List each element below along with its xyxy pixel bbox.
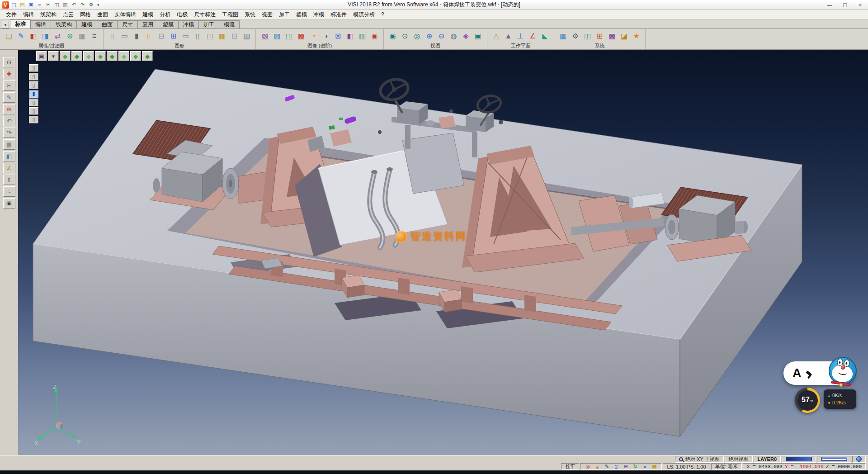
ribbon-icon-4-3[interactable]: ◎ — [411, 30, 423, 42]
quick-access-caret-icon[interactable]: ▾ — [96, 3, 101, 7]
status-icon-5[interactable]: ⊞ — [622, 464, 629, 469]
sketch-icon[interactable]: ✎ — [3, 92, 15, 103]
ribbon-icon-4-1[interactable]: ◉ — [387, 30, 398, 42]
ribbon-icon-5-4[interactable]: ∠ — [527, 30, 538, 42]
smooth-icon[interactable]: ≈ — [3, 186, 15, 197]
status-icon-8[interactable]: ▦ — [651, 464, 658, 469]
ribbon-icon-1-3[interactable]: ◧ — [28, 30, 39, 42]
open-file-icon[interactable]: ▤ — [19, 1, 26, 9]
tab-5[interactable]: 曲面 — [97, 20, 118, 28]
view-cube-right-icon[interactable]: ◆ — [83, 51, 94, 61]
undo-icon[interactable]: ↶ — [3, 116, 15, 126]
undo-icon[interactable]: ↶ — [70, 1, 78, 9]
menu-item-7[interactable]: 实体编辑 — [111, 10, 139, 19]
view-cube-left-icon[interactable]: ◆ — [95, 51, 106, 61]
mini-tool-icon-4[interactable]: ▮ — [29, 90, 38, 98]
ribbon-icon-3-9[interactable]: ▥ — [357, 30, 368, 42]
ribbon-icon-2-8[interactable]: ▯ — [192, 30, 203, 42]
maximize-button[interactable]: ▢ — [837, 0, 853, 9]
tab-4[interactable]: 建模 — [76, 20, 97, 28]
ribbon-icon-6-4[interactable]: ⊞ — [594, 30, 605, 42]
tab-8[interactable]: 塑膜 — [158, 20, 179, 28]
ribbon-icon-2-9[interactable]: ◫ — [204, 30, 216, 42]
ribbon-icon-2-7[interactable]: ▭ — [180, 30, 191, 42]
progress-ring[interactable]: 57 % — [795, 388, 820, 413]
mini-tool-icon-2[interactable]: ▯ — [29, 73, 38, 81]
ribbon-icon-3-3[interactable]: ◫ — [283, 30, 295, 42]
ribbon-icon-6-1[interactable]: ▦ — [557, 30, 569, 42]
mini-tool-icon-1[interactable]: ▯ — [29, 64, 38, 72]
tab-10[interactable]: 加工 — [198, 20, 219, 28]
status-icon-1[interactable]: ◎ — [584, 464, 591, 469]
trim-icon[interactable]: ✂ — [3, 81, 15, 91]
viewport-3d-scene[interactable] — [18, 50, 868, 455]
menu-item-14[interactable]: 视图 — [259, 10, 276, 19]
menu-item-2[interactable]: 编辑 — [20, 10, 37, 19]
ribbon-icon-2-10[interactable]: ▥ — [217, 30, 228, 42]
ribbon-icon-4-7[interactable]: ◈ — [460, 30, 472, 42]
tab-11[interactable]: 模流 — [219, 20, 240, 28]
view-cube-dimetric-icon[interactable]: ◆ — [142, 51, 153, 61]
crosshair-icon[interactable]: ✚ — [3, 69, 15, 79]
download-overlay-widget[interactable]: A 57 % ▲0K/s ▼ — [769, 361, 859, 416]
ribbon-icon-3-2[interactable]: ▨ — [271, 30, 283, 42]
ribbon-icon-3-4[interactable]: ▩ — [296, 30, 307, 42]
view-cube-bottom-icon[interactable]: ◆ — [118, 51, 129, 61]
status-icon-7[interactable]: ● — [641, 464, 648, 469]
close-button[interactable]: × — [853, 0, 868, 9]
move-icon[interactable]: ⇕ — [3, 175, 15, 185]
active-linetype-swatch[interactable] — [821, 457, 847, 461]
ribbon-icon-4-4[interactable]: ⊕ — [424, 30, 435, 42]
menu-item-10[interactable]: 电极 — [174, 10, 191, 19]
menu-item-16[interactable]: 塑模 — [293, 10, 310, 19]
copy-icon[interactable]: ◫ — [53, 1, 61, 9]
ribbon-icon-2-1[interactable]: ▯ — [107, 30, 118, 42]
zoom-icon[interactable]: ⊙ — [3, 57, 15, 67]
3d-viewport[interactable]: ▣▾◆◆◆◆◆◆◆◆ ▯▯▯▮▯▯▯ 智造资料网 Z X Y A — [18, 50, 868, 455]
cut-icon[interactable]: ✂ — [44, 1, 52, 9]
ribbon-icon-4-2[interactable]: ⊙ — [399, 30, 410, 42]
menu-item-8[interactable]: 建模 — [139, 10, 156, 19]
redo-icon[interactable]: ↷ — [79, 1, 86, 9]
menu-item-13[interactable]: 系统 — [241, 10, 259, 19]
half-section-icon[interactable]: ◧ — [3, 151, 15, 161]
color-swatch-cell[interactable] — [782, 456, 816, 463]
minimize-button[interactable]: — — [822, 0, 837, 9]
ribbon-icon-1-6[interactable]: ⊕ — [64, 30, 75, 42]
ribbon-icon-1-5[interactable]: ⇄ — [52, 30, 63, 42]
menu-item-20[interactable]: ? — [378, 10, 387, 19]
redo-icon[interactable]: ↷ — [3, 128, 15, 138]
ribbon-icon-6-2[interactable]: ⚙ — [570, 30, 581, 42]
menu-item-5[interactable]: 网格 — [77, 10, 94, 19]
ribbon-icon-4-6[interactable]: ◍ — [448, 30, 459, 42]
ribbon-icon-2-5[interactable]: ⊟ — [156, 30, 167, 42]
overlay-pill[interactable]: A — [783, 361, 855, 385]
tab-9[interactable]: 冲模 — [178, 20, 199, 28]
view-cube-top-icon[interactable]: ◆ — [60, 51, 71, 61]
menu-item-11[interactable]: 尺寸标注 — [191, 10, 219, 19]
mini-tool-icon-5[interactable]: ▯ — [29, 99, 38, 106]
absolute-view-cell[interactable]: 绝对视图 — [725, 456, 753, 463]
ribbon-icon-1-1[interactable]: ▤ — [3, 30, 14, 42]
print-icon[interactable]: ≡ — [36, 1, 43, 9]
save-icon[interactable]: ▣ — [27, 1, 35, 9]
ribbon-icon-5-3[interactable]: ⊥ — [515, 30, 526, 42]
ribbon-icon-5-2[interactable]: ▲ — [503, 30, 514, 42]
view-dropdown-icon[interactable]: ▾ — [48, 51, 59, 61]
ribbon-icon-6-3[interactable]: ◫ — [582, 30, 593, 42]
ribbon-icon-6-5[interactable]: ▩ — [606, 30, 618, 42]
status-icon-3[interactable]: ✎ — [603, 464, 610, 469]
menu-item-15[interactable]: 加工 — [276, 10, 293, 19]
menu-item-9[interactable]: 分析 — [156, 10, 174, 19]
menu-item-3[interactable]: 线架构 — [37, 10, 60, 19]
menu-item-4[interactable]: 点云 — [60, 10, 77, 19]
grid-icon[interactable]: ▦ — [3, 139, 15, 150]
new-file-icon[interactable]: ▢ — [10, 1, 18, 9]
view-cube-iso-icon[interactable]: ◆ — [130, 51, 141, 61]
ribbon-icon-2-11[interactable]: ⊡ — [229, 30, 240, 42]
render-mode-icon[interactable]: ▣ — [36, 51, 47, 61]
ribbon-icon-2-2[interactable]: ▭ — [119, 30, 130, 42]
ribbon-icon-3-10[interactable]: ◉ — [369, 30, 380, 42]
ribbon-icon-6-7[interactable]: ★ — [631, 30, 642, 42]
select-box-icon[interactable]: ▣ — [3, 198, 15, 209]
